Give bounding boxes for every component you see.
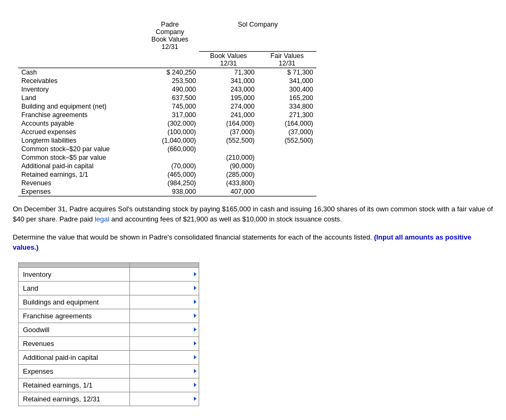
financial-table-wrapper: PadreCompanyBook Values12/31 Sol Company… (13, 20, 493, 196)
sol-fair-value: 341,000 (258, 77, 316, 85)
sol-fair-value: 300,400 (258, 85, 316, 94)
input-table: InventoryLandBuildings and equipmentFran… (18, 262, 199, 406)
padre-value: (302,000) (141, 119, 199, 128)
input-account-label: Retained earnings, 12/31 (19, 392, 130, 406)
sol-fair-value (258, 170, 316, 179)
input-amount-field[interactable] (130, 323, 199, 336)
input-table-row: Revenues (19, 336, 199, 350)
sol-book-value: 195,000 (199, 94, 258, 102)
financial-table-row: Common stock–$5 par value(210,000) (18, 153, 316, 162)
sol-book-value: 274,000 (199, 102, 258, 111)
input-amount-field[interactable] (130, 350, 199, 364)
sol-fair-value: 271,300 (258, 111, 316, 119)
financial-row-label: Retained earnings, 1/1 (18, 170, 141, 179)
financial-table-row: Revenues(984,250)(433,800) (18, 179, 316, 187)
sol-fair-value: (552,500) (258, 136, 316, 145)
sol-fair-value (258, 179, 316, 187)
input-account-label: Retained earnings, 1/1 (19, 378, 130, 392)
padre-value: (1,040,000) (141, 136, 199, 145)
determine-paragraph: Determine the value that would be shown … (13, 232, 493, 253)
sol-book-value (199, 145, 258, 153)
input-account-label: Additional paid-in capital (19, 350, 130, 364)
input-account-label: Buildings and equipment (19, 295, 130, 309)
legal-text: legal (95, 215, 109, 223)
input-account-label: Goodwill (19, 323, 130, 336)
sol-book-value: (433,800) (199, 179, 258, 187)
input-table-row: Buildings and equipment (19, 295, 199, 309)
input-table-row: Inventory (19, 267, 199, 281)
sol-fair-value (258, 145, 316, 153)
sol-fair-value: $ 71,300 (258, 68, 316, 77)
sol-book-value: 407,000 (199, 187, 258, 196)
financial-table-row: Longterm liabilities(1,040,000)(552,500)… (18, 136, 316, 145)
financial-table-row: Expenses938,000407,000 (18, 187, 316, 196)
sol-book-value: 241,000 (199, 111, 258, 119)
input-table-row: Retained earnings, 1/1 (19, 378, 199, 392)
input-account-label: Inventory (19, 267, 130, 281)
input-table-row: Goodwill (19, 323, 199, 336)
input-amount-field[interactable] (130, 295, 199, 309)
financial-row-label: Expenses (18, 187, 141, 196)
padre-value: 745,000 (141, 102, 199, 111)
sol-book-value: 243,000 (199, 85, 258, 94)
sol-fair-value: (164,000) (258, 119, 316, 128)
financial-table: PadreCompanyBook Values12/31 Sol Company… (18, 20, 316, 196)
sol-book-value: (552,500) (199, 136, 258, 145)
sol-book-value: (164,000) (199, 119, 258, 128)
sol-fair-value: 165,200 (258, 94, 316, 102)
financial-row-label: Common stock–$20 par value (18, 145, 141, 153)
financial-table-row: Additional paid-in capital(70,000)(90,00… (18, 162, 316, 170)
sol-book-value: (210,000) (199, 153, 258, 162)
padre-value: 637,500 (141, 94, 199, 102)
financial-table-row: Building and equipment (net)745,000274,0… (18, 102, 316, 111)
financial-row-label: Land (18, 94, 141, 102)
input-account-label: Franchise agreements (19, 309, 130, 323)
financial-row-label: Longterm liabilities (18, 136, 141, 145)
financial-row-label: Receivables (18, 77, 141, 85)
input-amount-field[interactable] (130, 281, 199, 295)
financial-table-row: Cash$ 240,25071,300$ 71,300 (18, 68, 316, 77)
financial-table-row: Accounts payable(302,000)(164,000)(164,0… (18, 119, 316, 128)
input-amount-field[interactable] (130, 392, 199, 406)
empty-header (18, 20, 141, 51)
input-table-row: Retained earnings, 12/31 (19, 392, 199, 406)
padre-value: (984,250) (141, 179, 199, 187)
scenario-paragraph: On December 31, Padre acquires Sol's out… (13, 204, 493, 225)
financial-row-label: Accounts payable (18, 119, 141, 128)
input-account-label: Land (19, 281, 130, 295)
financial-row-label: Accrued expenses (18, 128, 141, 136)
sol-fair-value (258, 153, 316, 162)
padre-value (141, 153, 199, 162)
padre-value: (100,000) (141, 128, 199, 136)
financial-row-label: Revenues (18, 179, 141, 187)
sol-book-value: 71,300 (199, 68, 258, 77)
sol-book-value: (37,000) (199, 128, 258, 136)
input-amount-field[interactable] (130, 309, 199, 323)
sol-fair-value: (37,000) (258, 128, 316, 136)
input-table-row: Additional paid-in capital (19, 350, 199, 364)
financial-row-label: Inventory (18, 85, 141, 94)
input-amount-field[interactable] (130, 267, 199, 281)
padre-subheader (141, 51, 199, 68)
sol-company-header: Sol Company (199, 20, 316, 51)
padre-header: PadreCompanyBook Values12/31 (141, 20, 199, 51)
padre-value: (70,000) (141, 162, 199, 170)
input-table-wrapper: InventoryLandBuildings and equipmentFran… (18, 262, 493, 406)
padre-value: 938,000 (141, 187, 199, 196)
padre-value: 253,500 (141, 77, 199, 85)
padre-value: (660,000) (141, 145, 199, 153)
padre-value: (465,000) (141, 170, 199, 179)
accounts-column-header (19, 262, 130, 267)
sol-fair-value (258, 162, 316, 170)
input-account-label: Revenues (19, 336, 130, 350)
sol-fair-header: Fair Values12/31 (258, 51, 316, 68)
padre-value: 317,000 (141, 111, 199, 119)
financial-table-row: Inventory490,000243,000300,400 (18, 85, 316, 94)
financial-row-label: Building and equipment (net) (18, 102, 141, 111)
input-table-row: Expenses (19, 364, 199, 378)
sol-book-value: (285,000) (199, 170, 258, 179)
input-amount-field[interactable] (130, 336, 199, 350)
financial-row-label: Additional paid-in capital (18, 162, 141, 170)
input-amount-field[interactable] (130, 378, 199, 392)
input-amount-field[interactable] (130, 364, 199, 378)
